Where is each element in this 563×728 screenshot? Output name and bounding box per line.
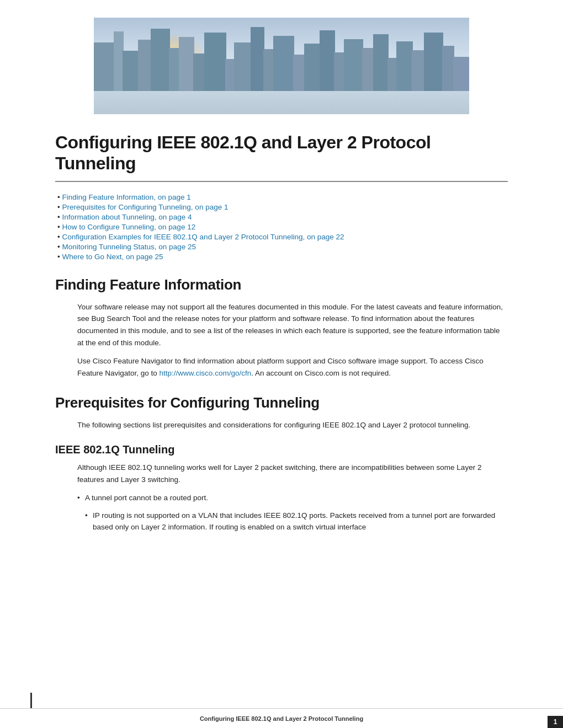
- content-area: Configuring IEEE 802.1Q and Layer 2 Prot…: [0, 132, 563, 572]
- finding-feature-para1: Your software release may not support al…: [77, 301, 508, 349]
- toc-list: Finding Feature Information, on page 1 P…: [55, 193, 508, 261]
- toc-link-4[interactable]: How to Configure Tunneling, on page 12: [62, 223, 195, 231]
- toc-item-5: Configuration Examples for IEEE 802.1Q a…: [57, 233, 508, 241]
- finding-feature-heading: Finding Feature Information: [55, 276, 508, 293]
- toc-link-3[interactable]: Information about Tunneling, on page 4: [62, 213, 192, 221]
- toc-item-4: How to Configure Tunneling, on page 12: [57, 223, 508, 231]
- finding-feature-para2-after: . An account on Cisco.com is not require…: [251, 369, 391, 377]
- prerequisites-body: The following sections list prerequisite…: [55, 419, 508, 431]
- ieee-bullet-1: A tunnel port cannot be a routed port.: [77, 492, 508, 504]
- toc-link-2[interactable]: Prerequisites for Configuring Tunneling,…: [62, 203, 228, 211]
- ieee-tunneling-heading: IEEE 802.1Q Tunneling: [55, 443, 508, 456]
- toc-item-6: Monitoring Tunneling Status, on page 25: [57, 243, 508, 251]
- ieee-bullet-2: IP routing is not supported on a VLAN th…: [77, 510, 508, 533]
- toc-link-5[interactable]: Configuration Examples for IEEE 802.1Q a…: [62, 233, 344, 241]
- page-container: Configuring IEEE 802.1Q and Layer 2 Prot…: [0, 0, 563, 728]
- left-bar: [30, 693, 32, 708]
- prerequisites-para1: The following sections list prerequisite…: [77, 419, 508, 431]
- water-reflection: [94, 91, 469, 114]
- toc-link-1[interactable]: Finding Feature Information, on page 1: [62, 193, 190, 201]
- toc-item-3: Information about Tunneling, on page 4: [57, 213, 508, 221]
- page-number: 1: [548, 716, 563, 728]
- ieee-tunneling-body: Although IEEE 802.1Q tunneling works wel…: [55, 462, 508, 533]
- toc-link-7[interactable]: Where to Go Next, on page 25: [62, 253, 163, 261]
- page-footer: Configuring IEEE 802.1Q and Layer 2 Prot…: [0, 708, 563, 728]
- main-title: Configuring IEEE 802.1Q and Layer 2 Prot…: [55, 132, 508, 174]
- title-divider: [55, 181, 508, 182]
- toc-item-1: Finding Feature Information, on page 1: [57, 193, 508, 201]
- skyline: [94, 20, 469, 92]
- prerequisites-heading: Prerequisites for Configuring Tunneling: [55, 394, 508, 411]
- finding-feature-para2: Use Cisco Feature Navigator to find info…: [77, 355, 508, 379]
- cfn-link[interactable]: http://www.cisco.com/go/cfn: [160, 369, 252, 377]
- toc-item-2: Prerequisites for Configuring Tunneling,…: [57, 203, 508, 211]
- hero-image: [94, 18, 469, 114]
- footer-title: Configuring IEEE 802.1Q and Layer 2 Prot…: [200, 715, 363, 722]
- ieee-tunneling-para1: Although IEEE 802.1Q tunneling works wel…: [77, 462, 508, 485]
- toc-link-6[interactable]: Monitoring Tunneling Status, on page 25: [62, 243, 195, 251]
- toc-item-7: Where to Go Next, on page 25: [57, 253, 508, 261]
- finding-feature-body: Your software release may not support al…: [55, 301, 508, 379]
